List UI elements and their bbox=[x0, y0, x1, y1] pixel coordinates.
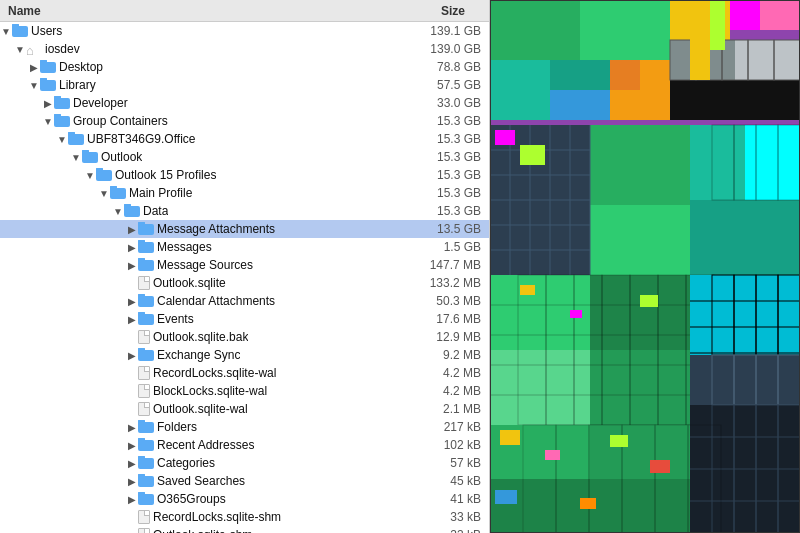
row-size: 15.3 GB bbox=[409, 114, 489, 128]
tree-toggle[interactable]: ▶ bbox=[126, 242, 138, 253]
tree-row[interactable]: ▶Desktop78.8 GB bbox=[0, 58, 489, 76]
folder-icon bbox=[138, 422, 154, 433]
tree-row[interactable]: ▶Recent Addresses102 kB bbox=[0, 436, 489, 454]
row-size: 33.0 GB bbox=[409, 96, 489, 110]
tree-row[interactable]: ▼Main Profile15.3 GB bbox=[0, 184, 489, 202]
tree-toggle[interactable]: ▼ bbox=[70, 152, 82, 163]
tree-toggle[interactable]: ▶ bbox=[126, 260, 138, 271]
tree-row[interactable]: ▶Messages1.5 GB bbox=[0, 238, 489, 256]
row-size: 15.3 GB bbox=[409, 204, 489, 218]
tree-toggle[interactable]: ▼ bbox=[112, 206, 124, 217]
tree-row[interactable]: ▶Calendar Attachments50.3 MB bbox=[0, 292, 489, 310]
row-size: 12.9 MB bbox=[409, 330, 489, 344]
row-size: 57 kB bbox=[409, 456, 489, 470]
row-label: Main Profile bbox=[129, 186, 192, 200]
row-label: iosdev bbox=[45, 42, 80, 56]
row-size: 139.1 GB bbox=[409, 24, 489, 38]
row-label: Calendar Attachments bbox=[157, 294, 275, 308]
row-size: 102 kB bbox=[409, 438, 489, 452]
tree-toggle[interactable]: ▶ bbox=[126, 314, 138, 325]
tree-row[interactable]: ▶Exchange Sync9.2 MB bbox=[0, 346, 489, 364]
row-size: 57.5 GB bbox=[409, 78, 489, 92]
row-label: Categories bbox=[157, 456, 215, 470]
row-size: 9.2 MB bbox=[409, 348, 489, 362]
row-size: 17.6 MB bbox=[409, 312, 489, 326]
row-label: Events bbox=[157, 312, 194, 326]
tree-row[interactable]: RecordLocks.sqlite-shm33 kB bbox=[0, 508, 489, 526]
row-label: Group Containers bbox=[73, 114, 168, 128]
tree-row[interactable]: ▼Library57.5 GB bbox=[0, 76, 489, 94]
tree-toggle[interactable]: ▶ bbox=[126, 224, 138, 235]
tree-row[interactable]: ▶Categories57 kB bbox=[0, 454, 489, 472]
tree-row[interactable]: Outlook.sqlite-wal2.1 MB bbox=[0, 400, 489, 418]
tree-toggle[interactable]: ▼ bbox=[84, 170, 96, 181]
tree-toggle[interactable]: ▼ bbox=[28, 80, 40, 91]
row-size: 1.5 GB bbox=[409, 240, 489, 254]
tree-row[interactable]: ▼Outlook15.3 GB bbox=[0, 148, 489, 166]
tree-row[interactable]: ▶Developer33.0 GB bbox=[0, 94, 489, 112]
tree-row[interactable]: ▶Message Attachments13.5 GB bbox=[0, 220, 489, 238]
folder-icon bbox=[138, 458, 154, 469]
tree-row[interactable]: ▶Folders217 kB bbox=[0, 418, 489, 436]
size-column-header: Size bbox=[441, 4, 465, 18]
column-header: Name Size bbox=[0, 0, 489, 22]
row-size: 15.3 GB bbox=[409, 186, 489, 200]
row-size: 139.0 GB bbox=[409, 42, 489, 56]
tree-toggle[interactable]: ▼ bbox=[14, 44, 26, 55]
tree-toggle[interactable]: ▼ bbox=[42, 116, 54, 127]
row-label: RecordLocks.sqlite-wal bbox=[153, 366, 276, 380]
row-label: Outlook bbox=[101, 150, 142, 164]
row-label: Data bbox=[143, 204, 168, 218]
tree-row[interactable]: RecordLocks.sqlite-wal4.2 MB bbox=[0, 364, 489, 382]
tree-toggle[interactable]: ▶ bbox=[126, 476, 138, 487]
row-label: Message Sources bbox=[157, 258, 253, 272]
tree-toggle[interactable]: ▶ bbox=[126, 296, 138, 307]
tree-row[interactable]: Outlook.sqlite133.2 MB bbox=[0, 274, 489, 292]
tree-row[interactable]: Outlook.sqlite-shm33 kB bbox=[0, 526, 489, 533]
folder-icon bbox=[138, 224, 154, 235]
tree-row[interactable]: Outlook.sqlite.bak12.9 MB bbox=[0, 328, 489, 346]
tree-row[interactable]: BlockLocks.sqlite-wal4.2 MB bbox=[0, 382, 489, 400]
tree-row[interactable]: ▼Outlook 15 Profiles15.3 GB bbox=[0, 166, 489, 184]
folder-icon bbox=[110, 188, 126, 199]
tree-toggle[interactable]: ▶ bbox=[42, 98, 54, 109]
file-icon bbox=[138, 330, 150, 344]
tree-toggle[interactable]: ▶ bbox=[126, 494, 138, 505]
folder-icon bbox=[12, 26, 28, 37]
tree-toggle[interactable]: ▶ bbox=[126, 422, 138, 433]
tree-toggle[interactable]: ▶ bbox=[126, 440, 138, 451]
folder-icon bbox=[68, 134, 84, 145]
folder-icon bbox=[54, 116, 70, 127]
tree-container[interactable]: ▼Users139.1 GB▼⌂iosdev139.0 GB▶Desktop78… bbox=[0, 22, 489, 533]
tree-toggle[interactable]: ▼ bbox=[98, 188, 110, 199]
row-label: RecordLocks.sqlite-shm bbox=[153, 510, 281, 524]
row-label: Outlook.sqlite bbox=[153, 276, 226, 290]
tree-row[interactable]: ▼UBF8T346G9.Office15.3 GB bbox=[0, 130, 489, 148]
folder-icon bbox=[138, 242, 154, 253]
tree-row[interactable]: ▶Events17.6 MB bbox=[0, 310, 489, 328]
folder-icon bbox=[138, 440, 154, 451]
row-size: 2.1 MB bbox=[409, 402, 489, 416]
tree-row[interactable]: ▶Saved Searches45 kB bbox=[0, 472, 489, 490]
tree-row[interactable]: ▶Message Sources147.7 MB bbox=[0, 256, 489, 274]
file-browser-panel: Name Size ▼Users139.1 GB▼⌂iosdev139.0 GB… bbox=[0, 0, 490, 533]
folder-icon bbox=[96, 170, 112, 181]
folder-icon bbox=[138, 260, 154, 271]
tree-row[interactable]: ▼Users139.1 GB bbox=[0, 22, 489, 40]
row-label: Library bbox=[59, 78, 96, 92]
folder-icon bbox=[124, 206, 140, 217]
tree-row[interactable]: ▶O365Groups41 kB bbox=[0, 490, 489, 508]
row-size: 15.3 GB bbox=[409, 132, 489, 146]
tree-toggle[interactable]: ▼ bbox=[0, 26, 12, 37]
tree-toggle[interactable]: ▶ bbox=[28, 62, 40, 73]
row-label: Folders bbox=[157, 420, 197, 434]
tree-row[interactable]: ▼Group Containers15.3 GB bbox=[0, 112, 489, 130]
tree-toggle[interactable]: ▼ bbox=[56, 134, 68, 145]
tree-toggle[interactable]: ▶ bbox=[126, 458, 138, 469]
folder-icon bbox=[82, 152, 98, 163]
tree-row[interactable]: ▼⌂iosdev139.0 GB bbox=[0, 40, 489, 58]
tree-toggle[interactable]: ▶ bbox=[126, 350, 138, 361]
row-label: Outlook 15 Profiles bbox=[115, 168, 216, 182]
tree-row[interactable]: ▼Data15.3 GB bbox=[0, 202, 489, 220]
row-size: 33 kB bbox=[409, 528, 489, 533]
